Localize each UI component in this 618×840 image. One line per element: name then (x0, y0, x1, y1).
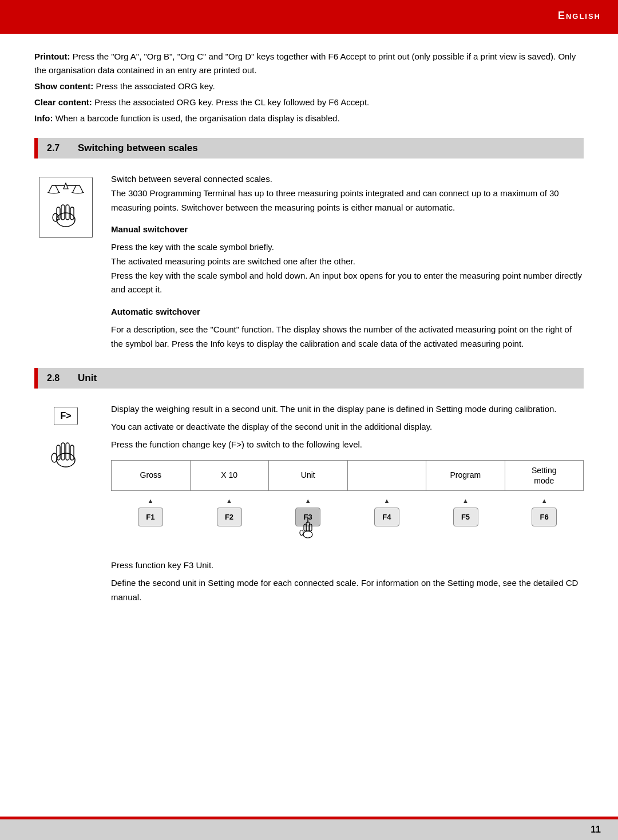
fkey-table: Gross X 10 Unit Program Settingmode ▲ F1… (111, 460, 584, 527)
svg-line-5 (80, 185, 83, 192)
f4-wrap: ▲ F4 (347, 496, 426, 527)
section-27-body: Switch between several connected scales.… (34, 172, 584, 354)
svg-rect-16 (66, 443, 69, 460)
svg-rect-11 (70, 207, 74, 220)
section-28-number: 2.8 (47, 373, 68, 383)
show-content-paragraph: Show content: Press the associated ORG k… (34, 80, 584, 93)
scale-icon-wrap (39, 177, 93, 238)
f6-wrap: ▲ F6 (505, 496, 584, 527)
section-27-text: Switch between several connected scales.… (111, 172, 584, 354)
fkey-label-gross: Gross (112, 461, 191, 490)
manual-switchover-text: Press the key with the scale symbol brie… (111, 240, 584, 297)
fkey-label-x10: X 10 (191, 461, 270, 490)
language-title: English (558, 10, 601, 22)
scale-icon-area (34, 172, 97, 354)
f3-wrap: ▲ F3 (268, 496, 347, 527)
f6-arrow: ▲ (541, 496, 548, 506)
printout-text: Press the "Org A", "Org B", "Org C" and … (34, 51, 576, 75)
main-content: Printout: Press the "Org A", "Org B", "O… (0, 34, 618, 656)
svg-rect-10 (66, 205, 69, 220)
automatic-switchover-text: For a description, see the "Count" funct… (111, 323, 584, 351)
clear-content-label: Clear content: (34, 97, 92, 107)
f2-wrap: ▲ F2 (190, 496, 269, 527)
svg-rect-17 (70, 445, 74, 460)
fkey-label-unit: Unit (269, 461, 348, 490)
scale-hand-icon (43, 181, 89, 232)
section-28-text: Display the weighing result in a second … (111, 402, 584, 608)
info-label: Info: (34, 113, 53, 123)
svg-point-23 (303, 531, 312, 538)
svg-marker-6 (64, 183, 68, 189)
section-27-number: 2.7 (47, 143, 68, 153)
fkey-icon-box: F> (54, 407, 77, 425)
f1-button[interactable]: F1 (138, 508, 163, 526)
manual-switchover-title: Manual switchover (111, 223, 584, 237)
show-content-label: Show content: (34, 81, 93, 91)
f3-arrow: ▲ (305, 496, 311, 506)
section-28-desc2: You can activate or deactivate the displ… (111, 420, 584, 434)
section-28-footer1: Press function key F3 Unit. (111, 558, 584, 573)
top-header-bar: English (0, 0, 618, 31)
clear-content-text: Press the associated ORG key. Press the … (92, 97, 369, 107)
section-28-body: F> Display the weighing result in a seco… (34, 402, 584, 608)
svg-line-3 (56, 185, 59, 192)
fkey-label: F> (60, 411, 71, 421)
svg-rect-15 (61, 443, 65, 460)
f4-button[interactable]: F4 (374, 508, 399, 526)
section-28-title: Unit (78, 373, 97, 384)
section-28-desc3: Press the function change key (F>) to sw… (111, 438, 584, 452)
f1-arrow: ▲ (147, 496, 153, 506)
section-28-footer2: Define the second unit in Setting mode f… (111, 576, 584, 605)
fkey-buttons-row: ▲ F1 ▲ F2 ▲ F3 (111, 496, 584, 527)
f3-finger-icon (299, 517, 316, 539)
fkey-label-setting: Settingmode (505, 461, 584, 490)
svg-line-4 (73, 185, 76, 192)
hand-icon (46, 432, 86, 475)
footer: 11 (0, 817, 618, 840)
clear-content-paragraph: Clear content: Press the associated ORG … (34, 96, 584, 109)
page-number: 11 (591, 825, 601, 835)
f2-button[interactable]: F2 (217, 508, 242, 526)
fkey-hand-wrap: F> (46, 407, 86, 475)
section-27-description: Switch between several connected scales.… (111, 172, 584, 215)
section-27-title: Switching between scales (78, 142, 198, 154)
f6-button[interactable]: F6 (532, 508, 557, 526)
f2-arrow: ▲ (226, 496, 232, 506)
info-paragraph: Info: When a barcode function is used, t… (34, 112, 584, 125)
f5-button[interactable]: F5 (453, 508, 478, 526)
fkey-label-row: Gross X 10 Unit Program Settingmode (111, 460, 584, 491)
info-text: When a barcode function is used, the org… (53, 113, 339, 123)
automatic-switchover-title: Automatic switchover (111, 305, 584, 319)
fkey-icon-area: F> (34, 402, 97, 608)
f1-wrap: ▲ F1 (111, 496, 190, 527)
fkey-label-program: Program (426, 461, 505, 490)
printout-paragraph: Printout: Press the "Org A", "Org B", "O… (34, 50, 584, 77)
svg-line-2 (49, 185, 52, 192)
svg-point-24 (300, 530, 303, 535)
printout-label: Printout: (34, 51, 70, 61)
intro-block: Printout: Press the "Org A", "Org B", "O… (34, 50, 584, 125)
section-28-desc1: Display the weighing result in a second … (111, 402, 584, 417)
show-content-text: Press the associated ORG key. (93, 81, 215, 91)
footer-gray-bar: 11 (0, 819, 618, 840)
f4-arrow: ▲ (383, 496, 390, 506)
section-28-header: 2.8 Unit (34, 368, 584, 389)
f5-arrow: ▲ (462, 496, 469, 506)
section-27-header: 2.7 Switching between scales (34, 138, 584, 159)
f5-wrap: ▲ F5 (426, 496, 505, 527)
fkey-label-empty (348, 461, 427, 490)
svg-rect-9 (61, 205, 65, 220)
